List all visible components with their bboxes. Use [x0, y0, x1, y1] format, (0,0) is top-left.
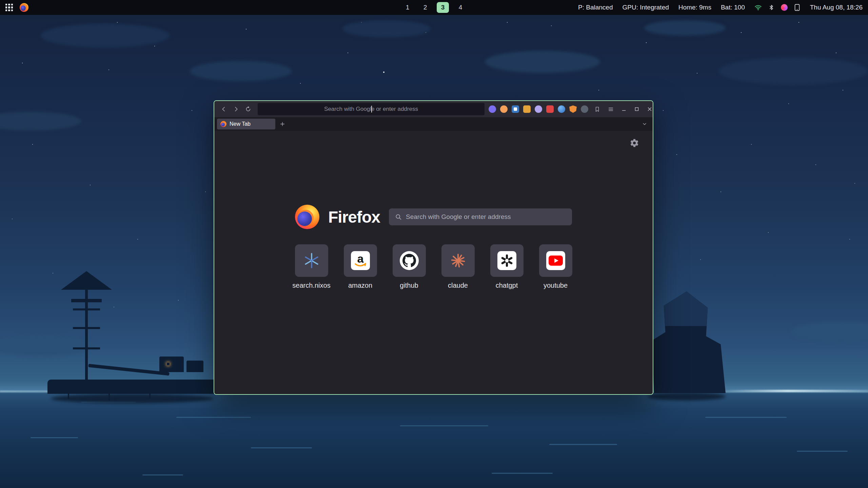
chatgpt-icon: [497, 251, 516, 270]
wallpaper-sea-streak: [251, 447, 312, 448]
youtube-icon: [546, 251, 565, 270]
shortcut-amazon[interactable]: a amazon: [344, 244, 377, 289]
shortcut-label: claude: [448, 282, 468, 289]
wallpaper-sea-streak: [176, 417, 251, 418]
close-icon[interactable]: [645, 105, 653, 114]
tablet-device-icon[interactable]: [794, 4, 801, 11]
github-icon: [400, 251, 419, 270]
battery-status: Bat: 100: [721, 4, 745, 11]
url-bar[interactable]: [258, 103, 485, 115]
system-tray: [754, 4, 801, 11]
personalize-gear-icon[interactable]: [630, 138, 639, 148]
shortcut-youtube[interactable]: youtube: [539, 244, 572, 289]
window-controls: [619, 105, 653, 114]
shortcut-chatgpt[interactable]: chatgpt: [490, 244, 524, 289]
claude-icon: [449, 252, 467, 269]
save-page-icon[interactable]: [592, 104, 602, 114]
shortcut-claude[interactable]: claude: [441, 244, 475, 289]
navigation-toolbar: [214, 101, 653, 117]
text-caret: [371, 106, 372, 113]
extension-icon-2[interactable]: [500, 105, 508, 113]
shortcut-github[interactable]: github: [393, 244, 426, 289]
workspace-4[interactable]: 4: [454, 2, 467, 13]
wallpaper-horizon-glow: [722, 390, 868, 392]
extension-icon-6[interactable]: [546, 105, 554, 113]
bluetooth-icon[interactable]: [768, 4, 775, 11]
power-profile-status: P: Balanced: [578, 4, 613, 11]
forward-icon[interactable]: [231, 104, 241, 115]
wallpaper-island-rock: [644, 291, 726, 393]
wallpaper-cloud: [485, 51, 600, 73]
firefox-wordmark: Firefox: [328, 208, 380, 226]
wallpaper-cloud: [790, 322, 868, 342]
new-tab-page: Firefox: [214, 131, 653, 394]
wallpaper-cloud: [190, 61, 292, 81]
shortcut-search-nixos[interactable]: search.nixos: [295, 244, 328, 289]
wallpaper-cloud: [719, 58, 868, 85]
minimize-icon[interactable]: [619, 105, 628, 114]
extension-icon-1[interactable]: [489, 105, 496, 113]
wallpaper-cloud: [644, 20, 726, 36]
wifi-icon[interactable]: [754, 4, 762, 11]
extensions-area: [489, 104, 615, 114]
extension-icon-4[interactable]: [523, 105, 531, 113]
network-latency-status: Home: 9ms: [678, 4, 711, 11]
shortcut-label: youtube: [544, 282, 568, 289]
wallpaper-sea-streak: [142, 474, 183, 475]
gpu-status: GPU: Integrated: [622, 4, 669, 11]
newtab-search-bar[interactable]: [389, 208, 572, 225]
firefox-window: New Tab Firefox: [214, 100, 653, 395]
wallpaper-cloud: [41, 24, 170, 47]
nixos-snowflake-icon: [303, 252, 320, 269]
back-icon[interactable]: [218, 104, 229, 115]
tab-label: New Tab: [230, 121, 251, 127]
shortcut-label: github: [400, 282, 418, 289]
amazon-icon: a: [351, 251, 370, 270]
reload-icon[interactable]: [243, 104, 254, 115]
maximize-icon[interactable]: [632, 105, 641, 114]
workspace-switcher: 1 2 3 4: [401, 2, 467, 13]
tab-new-tab[interactable]: New Tab: [217, 119, 275, 129]
list-all-tabs-icon[interactable]: [640, 120, 649, 128]
wallpaper-sea-streak: [797, 451, 848, 452]
search-icon: [395, 214, 402, 220]
extension-icon-3[interactable]: [512, 105, 519, 113]
app-launcher-icon[interactable]: [5, 4, 13, 11]
workspace-3-active[interactable]: 3: [437, 2, 449, 13]
wallpaper-island-tower: [47, 268, 224, 396]
wallpaper-cloud: [342, 20, 431, 37]
shortcut-tiles: search.nixos a amazon: [214, 244, 653, 289]
newtab-hero: Firefox: [214, 205, 653, 229]
wallpaper-sea-streak: [549, 444, 617, 445]
color-profile-icon[interactable]: [781, 4, 788, 11]
shortcut-label: search.nixos: [292, 282, 330, 289]
menu-icon[interactable]: [606, 104, 615, 114]
wallpaper-sea-streak: [492, 473, 553, 474]
status-bar: 1 2 3 4 P: Balanced GPU: Integrated Home…: [0, 0, 868, 15]
newtab-search-input[interactable]: [406, 213, 566, 221]
shortcut-label: chatgpt: [496, 282, 518, 289]
firefox-launcher-icon[interactable]: [20, 3, 28, 12]
wallpaper-sea-streak: [400, 425, 488, 426]
svg-text:a: a: [357, 252, 364, 265]
shortcut-label: amazon: [348, 282, 372, 289]
clock: Thu Aug 08, 18:26: [810, 4, 863, 11]
extension-icon-9[interactable]: [581, 105, 588, 113]
wallpaper-sea-streak: [705, 417, 787, 418]
firefox-favicon: [220, 121, 226, 127]
workspace-1[interactable]: 1: [401, 2, 414, 13]
tab-bar: New Tab: [214, 117, 653, 131]
wallpaper-island-reflection: [648, 392, 726, 401]
extension-icon-8[interactable]: [569, 105, 577, 113]
extension-icon-5[interactable]: [535, 105, 542, 113]
new-tab-button[interactable]: [277, 119, 288, 129]
firefox-logo: [295, 205, 319, 229]
workspace-2[interactable]: 2: [419, 2, 431, 13]
wallpaper-sea-streak: [31, 437, 78, 438]
extension-icon-7[interactable]: [558, 105, 565, 113]
wallpaper-cloud: [0, 112, 81, 130]
